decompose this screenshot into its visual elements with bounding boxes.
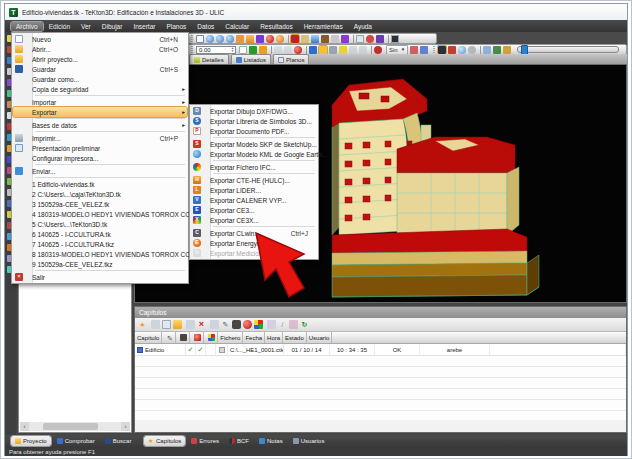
capitulos-toolbar-icon[interactable]	[289, 320, 298, 329]
menu-item[interactable]: Exportar Dibujo DXF/DWG... ▸	[191, 106, 317, 116]
menu-item[interactable]: Abrir... Ctrl+O ▸	[13, 44, 187, 54]
menu-item[interactable]: 9 150529a-CEE_VELEZ.tkz ▸	[13, 259, 187, 269]
toolbar-grip[interactable]	[433, 46, 435, 53]
toolbar-grip[interactable]	[191, 46, 193, 53]
menu-item[interactable]: Importar ▸	[13, 97, 187, 107]
toolbar-icon[interactable]	[284, 46, 292, 54]
toolbar-icon[interactable]	[341, 35, 349, 43]
toolbar-icon[interactable]	[246, 35, 254, 43]
menu-item[interactable]: 3 150529a-CEE_VELEZ.tk ▸	[13, 199, 187, 209]
menu-item[interactable]: Exportar CLwin... Ctrl+J ▸	[191, 228, 317, 238]
toolbar-icon[interactable]	[493, 46, 501, 54]
toolbar-icon[interactable]	[321, 35, 329, 43]
menubar-item[interactable]: Insertar	[128, 22, 160, 31]
toolbar-grip[interactable]	[191, 35, 193, 42]
toolbar-icon[interactable]	[288, 35, 289, 43]
capitulos-toolbar-icon[interactable]	[243, 320, 252, 329]
toolbar-icon[interactable]	[196, 35, 204, 43]
cell-checkbox[interactable]	[216, 344, 228, 355]
menu-item[interactable]: 1 Edificio-viviendas.tk ▸	[13, 179, 187, 189]
table-header-cell[interactable]: Hora	[265, 332, 283, 343]
toolbar-icon[interactable]	[339, 46, 347, 54]
table-header-cell[interactable]	[204, 332, 218, 343]
toolbar-icon[interactable]	[329, 46, 337, 54]
toolbar-icon[interactable]	[239, 46, 247, 54]
toolbar-icon[interactable]	[356, 35, 364, 43]
toolbar-icon[interactable]	[438, 46, 446, 54]
capitulos-toolbar-icon[interactable]	[221, 320, 230, 329]
menubar-item[interactable]: Archivo	[11, 22, 43, 31]
menu-item[interactable]: Exportar Modelo SKP de SketchUp... ▸	[191, 139, 317, 149]
menu-item[interactable]: Exportar ▸	[13, 107, 187, 117]
toolbar-icon[interactable]	[319, 46, 327, 54]
capitulos-toolbar-icon[interactable]	[197, 320, 206, 329]
capitulos-toolbar-icon[interactable]	[162, 320, 171, 329]
toolbar-icon[interactable]	[448, 46, 456, 54]
capitulos-toolbar-icon[interactable]	[173, 320, 182, 329]
toolbar-icon[interactable]	[331, 35, 339, 43]
toolbar-icon[interactable]	[483, 46, 491, 54]
menu-item[interactable]: Imprimir... Ctrl+P ▸	[13, 133, 187, 143]
menubar-item[interactable]: Calcular	[220, 22, 254, 31]
capitulos-toolbar-icon[interactable]	[151, 320, 160, 329]
toolbar-icon[interactable]	[259, 46, 267, 54]
menu-item[interactable]: Enviar... ▸	[13, 166, 187, 176]
capitulos-toolbar-icon[interactable]	[210, 320, 219, 329]
menu-item[interactable]: Exportar Librería de Símbolos 3D... ▸	[191, 116, 317, 126]
toolbar-icon[interactable]	[274, 46, 282, 54]
menu-item[interactable]: Exportar CE3... ▸	[191, 205, 317, 215]
menu-item[interactable]: 8 180319-MODELO HEDY1 VIVIENDAS TORROX C…	[13, 249, 187, 259]
spinner-icon[interactable]: ▲▼	[231, 47, 235, 52]
toolbar-icon[interactable]	[480, 46, 481, 54]
menubar-item[interactable]: Herramientas	[299, 22, 348, 31]
menu-item[interactable]: Nuevo Ctrl+N ▸	[13, 34, 187, 44]
bottom-tab[interactable]: BCF	[225, 436, 253, 446]
table-header-cell[interactable]	[190, 332, 204, 343]
menubar-item[interactable]: Ayuda	[349, 22, 377, 31]
menubar-item[interactable]: Ver	[76, 22, 96, 31]
menu-item[interactable]: Exportar Fichero IFC... ▸	[191, 162, 317, 172]
table-header-cell[interactable]: Capítulo	[135, 332, 162, 343]
bottom-tab[interactable]: Notas	[255, 436, 287, 446]
capitulos-toolbar-icon[interactable]	[232, 320, 241, 329]
toolbar-icon[interactable]	[420, 46, 428, 54]
view-tab[interactable]: Planos	[273, 54, 309, 64]
toolbar-icon[interactable]	[366, 35, 374, 43]
toolbar-icon[interactable]	[371, 46, 372, 54]
menu-item[interactable]: Exportar Mediciones BC3... ▸	[191, 248, 317, 258]
table-header-cell[interactable]: Fichero	[218, 332, 243, 343]
menu-item[interactable]: 2 C:\Users\...\caja\TeKton3D.tk ▸	[13, 189, 187, 199]
menu-item[interactable]: Guardar como... ▸	[13, 74, 187, 84]
menu-item[interactable]: Presentación preliminar ▸	[13, 143, 187, 153]
toolbar-icon[interactable]	[458, 46, 466, 54]
menu-item[interactable]: Guardar Ctrl+S ▸	[13, 64, 187, 74]
capitulos-toolbar-icon[interactable]	[254, 320, 263, 329]
view-tab[interactable]: Listados	[231, 54, 271, 64]
toolbar-icon[interactable]	[410, 46, 418, 54]
toolbar-icon[interactable]	[503, 46, 511, 54]
menubar-item[interactable]: Datos	[192, 22, 219, 31]
menubar-item[interactable]: Planos	[161, 22, 191, 31]
menu-item[interactable]: Configurar impresora... ▸	[13, 153, 187, 163]
sin-dropdown[interactable]: Sin ▼	[386, 45, 408, 55]
table-header-cell[interactable]: Fecha	[243, 332, 265, 343]
capitulos-toolbar-icon[interactable]	[278, 320, 287, 329]
menu-item[interactable]: Exportar CALENER VYP... ▸	[191, 195, 317, 205]
bottom-tab[interactable]: Capítulos	[144, 436, 185, 446]
toolbar-icon[interactable]	[391, 35, 399, 43]
capitulos-toolbar-icon[interactable]	[138, 320, 147, 329]
toolbar-icon[interactable]	[266, 35, 274, 43]
toolbar-icon[interactable]	[271, 46, 272, 54]
table-header-cell[interactable]	[176, 332, 190, 343]
table-header-cell[interactable]: Usuario	[307, 332, 333, 343]
menu-item[interactable]: 6 140625 - I-CCULTURA.tk ▸	[13, 229, 187, 239]
menubar-item[interactable]: Resultados	[255, 22, 298, 31]
coordinate-input[interactable]: 0.00 ▲▼	[196, 46, 236, 54]
toolbar-icon[interactable]	[294, 46, 302, 54]
toolbar-icon[interactable]	[301, 35, 309, 43]
menubar-item[interactable]: Dibujar	[97, 22, 128, 31]
toolbar-icon[interactable]	[256, 35, 264, 43]
capitulos-toolbar-icon[interactable]	[300, 320, 309, 329]
table-header-cell[interactable]: Estado	[283, 332, 307, 343]
toolbar-icon[interactable]	[349, 46, 357, 54]
